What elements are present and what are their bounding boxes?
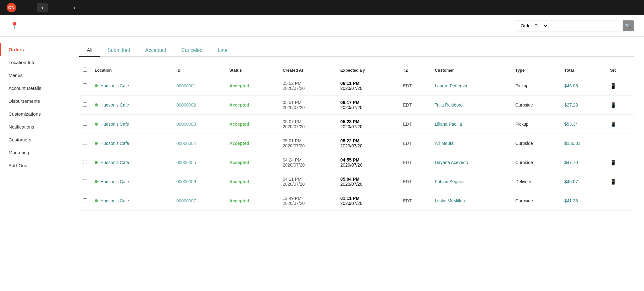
total-link[interactable]: $46.05 xyxy=(564,83,578,88)
customer-link[interactable]: Liliana Padilla xyxy=(435,122,462,127)
main-layout: Orders Location Info Menus Account Detai… xyxy=(0,37,644,291)
customer-link[interactable]: Leslie McMillan xyxy=(435,198,465,203)
search-type-select[interactable]: Order ID Customer Location xyxy=(516,20,548,31)
tab-late[interactable]: Late xyxy=(210,44,235,57)
tab-submitted[interactable]: Submitted xyxy=(100,44,138,57)
mobile-icon: 📱 xyxy=(610,179,616,185)
search-button[interactable]: 🔍 xyxy=(623,20,634,31)
nav-locations[interactable] xyxy=(37,3,48,12)
nav-reports[interactable] xyxy=(59,6,68,9)
customer-link[interactable]: Lauren Pettersen xyxy=(435,83,469,88)
sidebar-item-marketing[interactable]: Marketing xyxy=(0,146,69,159)
table-row: Hudson's Cafe 00000007 Accepted 12:49 PM… xyxy=(79,191,634,211)
sidebar-item-disbursements[interactable]: Disbursements xyxy=(0,95,69,107)
status-dot xyxy=(95,180,98,183)
row-created-at: 04:24 PM2020/07/20 xyxy=(279,153,336,172)
order-id-link[interactable]: 00000001 xyxy=(176,83,196,88)
order-tabs: All Submitted Accepted Canceled Late xyxy=(79,44,634,57)
total-link[interactable]: $53.34 xyxy=(564,122,578,127)
row-checkbox[interactable] xyxy=(83,198,87,202)
location-link[interactable]: Hudson's Cafe xyxy=(100,160,129,165)
total-link[interactable]: $27.23 xyxy=(564,102,578,107)
sidebar-item-menus[interactable]: Menus xyxy=(0,69,69,82)
row-created-at: 05:01 PM2020/07/20 xyxy=(279,134,336,153)
row-customer: Ari Moutal xyxy=(431,134,512,153)
tab-all[interactable]: All xyxy=(79,44,100,57)
row-location: Hudson's Cafe xyxy=(91,172,173,191)
row-checkbox[interactable] xyxy=(83,160,87,164)
nav-admin[interactable] xyxy=(69,3,80,12)
top-navigation: CN xyxy=(0,0,644,15)
tab-canceled[interactable]: Canceled xyxy=(174,44,210,57)
row-checkbox[interactable] xyxy=(83,179,87,183)
customer-link[interactable]: Dayana Acevedo xyxy=(435,160,468,165)
sidebar-item-notifications[interactable]: Notifications xyxy=(0,120,69,133)
row-expected-by: 05:28 PM2020/07/20 xyxy=(336,115,399,134)
location-link[interactable]: Hudson's Cafe xyxy=(100,102,129,107)
mobile-icon: 📱 xyxy=(610,102,616,108)
row-checkbox[interactable] xyxy=(83,141,87,145)
row-checkbox[interactable] xyxy=(83,122,87,126)
location-link[interactable]: Hudson's Cafe xyxy=(100,179,129,184)
search-input[interactable] xyxy=(551,20,620,31)
row-created-at: 05:51 PM2020/07/20 xyxy=(279,96,336,115)
row-type: Pickup xyxy=(512,115,561,134)
tab-accepted[interactable]: Accepted xyxy=(138,44,174,57)
order-id-link[interactable]: 00000006 xyxy=(176,179,196,184)
row-checkbox[interactable] xyxy=(83,83,87,87)
row-src: 📱 xyxy=(606,115,634,134)
row-checkbox[interactable] xyxy=(83,102,87,107)
select-all-checkbox[interactable] xyxy=(83,68,87,72)
row-type: Curbside xyxy=(512,96,561,115)
row-status: Accepted xyxy=(225,96,279,115)
sidebar-item-orders[interactable]: Orders xyxy=(0,43,69,56)
sidebar-item-customers[interactable]: Customers xyxy=(0,133,69,146)
logo[interactable]: CN xyxy=(6,3,18,13)
row-location: Hudson's Cafe xyxy=(91,115,173,134)
customer-link[interactable]: Ari Moutal xyxy=(435,141,455,146)
sidebar-item-location-info[interactable]: Location Info xyxy=(0,56,69,69)
row-id: 00000002 xyxy=(173,96,225,115)
mobile-icon: 📱 xyxy=(610,160,616,166)
status-badge: Accepted xyxy=(229,198,249,203)
total-link[interactable]: $41.38 xyxy=(564,198,578,203)
order-id-link[interactable]: 00000004 xyxy=(176,141,196,146)
row-checkbox-cell xyxy=(79,96,91,115)
total-link[interactable]: $136.31 xyxy=(564,141,580,146)
total-link[interactable]: $45.07 xyxy=(564,179,578,184)
nav-customers[interactable] xyxy=(49,6,58,9)
row-created-at: 05:52 PM2020/07/20 xyxy=(279,76,336,96)
row-type: Delivery xyxy=(512,172,561,191)
row-status: Accepted xyxy=(225,191,279,211)
row-checkbox-cell xyxy=(79,76,91,96)
nav-all-orders[interactable] xyxy=(27,6,36,9)
row-src: 📱 xyxy=(606,172,634,191)
row-customer: Talia Reisbord xyxy=(431,96,512,115)
location-link[interactable]: Hudson's Cafe xyxy=(100,198,129,203)
row-tz: EDT xyxy=(399,172,431,191)
table-row: Hudson's Cafe 00000002 Accepted 05:51 PM… xyxy=(79,96,634,115)
nav-links xyxy=(27,3,633,12)
total-link[interactable]: $47.70 xyxy=(564,160,578,165)
col-header-checkbox xyxy=(79,64,91,76)
location-link[interactable]: Hudson's Cafe xyxy=(100,83,129,88)
order-id-link[interactable]: 00000007 xyxy=(176,198,196,203)
sidebar-item-account-details[interactable]: Account Details xyxy=(0,82,69,95)
status-dot xyxy=(95,103,98,107)
page-title-container: 📍 xyxy=(10,22,22,30)
row-type: Curbside xyxy=(512,153,561,172)
customer-link[interactable]: Talia Reisbord xyxy=(435,102,463,107)
row-checkbox-cell xyxy=(79,115,91,134)
row-customer: Dayana Acevedo xyxy=(431,153,512,172)
row-total: $41.38 xyxy=(561,191,606,211)
order-id-link[interactable]: 00000003 xyxy=(176,122,196,127)
row-src: 📱 xyxy=(606,153,634,172)
customer-link[interactable]: Fabian Segura xyxy=(435,179,464,184)
location-link[interactable]: Hudson's Cafe xyxy=(100,141,129,146)
sidebar-item-add-ons[interactable]: Add-Ons xyxy=(0,159,69,172)
order-id-link[interactable]: 00000002 xyxy=(176,102,196,107)
row-status: Accepted xyxy=(225,115,279,134)
sidebar-item-customizations[interactable]: Customizations xyxy=(0,107,69,120)
location-link[interactable]: Hudson's Cafe xyxy=(100,122,129,127)
order-id-link[interactable]: 00000005 xyxy=(176,160,196,165)
